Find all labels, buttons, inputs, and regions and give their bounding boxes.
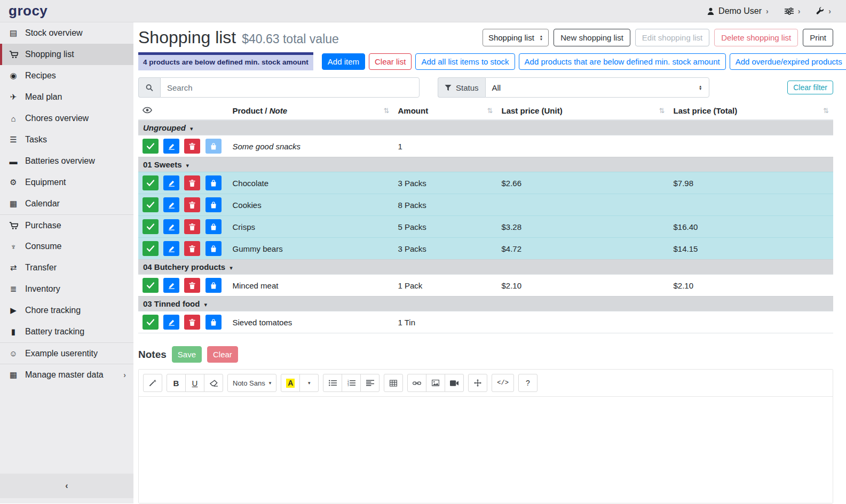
group-toggle-sweets[interactable]: 01 Sweets▾ xyxy=(138,157,833,172)
column-header-amount[interactable]: Amount xyxy=(398,106,429,115)
status-select[interactable]: All ▲▼ xyxy=(485,77,709,98)
add-item-button[interactable]: Add item xyxy=(322,53,365,70)
search-input[interactable] xyxy=(160,77,420,98)
add-to-stock-button[interactable] xyxy=(205,278,222,293)
paragraph-align-button[interactable] xyxy=(360,374,379,392)
text-color-button[interactable]: A xyxy=(281,374,300,392)
print-button[interactable]: Print xyxy=(803,29,833,46)
add-to-stock-button[interactable] xyxy=(205,175,222,190)
insert-picture-button[interactable] xyxy=(426,374,445,392)
group-toggle-butchery[interactable]: 04 Butchery products▾ xyxy=(138,260,833,275)
delete-item-button[interactable] xyxy=(184,139,200,154)
delete-shopping-list-button[interactable]: Delete shopping list xyxy=(714,29,798,46)
shopping-list-table: Product / Note⇅ Amount⇅ Last price (Unit… xyxy=(138,104,833,333)
bold-button[interactable]: B xyxy=(167,374,186,392)
admin-menu[interactable]: › xyxy=(816,7,831,15)
edit-item-button[interactable] xyxy=(163,241,179,256)
insert-table-button[interactable] xyxy=(384,374,403,392)
insert-video-button[interactable] xyxy=(445,374,464,392)
sidebar-item-meal-plan[interactable]: ✈Meal plan xyxy=(0,86,133,108)
edit-item-button[interactable] xyxy=(163,219,179,234)
new-shopping-list-button[interactable]: New shopping list xyxy=(554,29,630,46)
delete-item-button[interactable] xyxy=(184,197,200,212)
sidebar-item-transfer[interactable]: ⇄Transfer xyxy=(0,257,133,278)
delete-item-button[interactable] xyxy=(184,175,200,190)
sidebar-item-shopping-list[interactable]: Shopping list xyxy=(0,44,133,65)
clear-list-button[interactable]: Clear list xyxy=(369,53,412,70)
delete-item-button[interactable] xyxy=(184,278,200,293)
add-to-stock-button[interactable] xyxy=(205,197,222,212)
sidebar-item-recipes[interactable]: ◉Recipes xyxy=(0,65,133,86)
edit-item-button[interactable] xyxy=(163,315,179,330)
text-color-dropdown[interactable]: ▾ xyxy=(299,374,319,392)
font-family-dropdown[interactable]: Noto Sans▾ xyxy=(227,374,276,392)
edit-item-button[interactable] xyxy=(163,278,179,293)
clear-formatting-button[interactable] xyxy=(204,374,223,392)
underline-button[interactable]: U xyxy=(185,374,204,392)
sort-icon[interactable]: ⇅ xyxy=(384,107,390,115)
below-min-stock-alert[interactable]: 4 products are below defined min. stock … xyxy=(138,52,313,70)
settings-menu[interactable]: › xyxy=(785,7,801,15)
sidebar-item-chore-tracking[interactable]: ▶Chore tracking xyxy=(0,300,133,321)
delete-item-button[interactable] xyxy=(184,241,200,256)
add-to-stock-button[interactable] xyxy=(205,139,222,154)
user-menu[interactable]: Demo User › xyxy=(707,6,769,16)
edit-shopping-list-button[interactable]: Edit shopping list xyxy=(635,29,709,46)
ordered-list-button[interactable]: 123 xyxy=(342,374,361,392)
list-item-row: Crisps 5 Packs $3.28 $16.40 xyxy=(138,216,833,238)
group-toggle-tinned-food[interactable]: 03 Tinned food▾ xyxy=(138,297,833,311)
mark-done-button[interactable] xyxy=(143,219,159,234)
clear-notes-button[interactable]: Clear xyxy=(207,346,238,363)
help-button[interactable]: ? xyxy=(518,374,537,392)
shopping-list-select[interactable]: Shopping list ▲▼ xyxy=(483,29,549,46)
fullscreen-button[interactable] xyxy=(468,374,487,392)
save-notes-button[interactable]: Save xyxy=(172,346,202,363)
sidebar-item-tasks[interactable]: ☰Tasks xyxy=(0,129,133,150)
sidebar-item-equipment[interactable]: ⚙Equipment xyxy=(0,172,133,193)
sidebar-item-example-userentity[interactable]: ☺Example userentity xyxy=(0,342,133,364)
mark-done-button[interactable] xyxy=(143,139,159,154)
mark-done-button[interactable] xyxy=(143,241,159,256)
sidebar-item-calendar[interactable]: ▦Calendar xyxy=(0,193,133,214)
insert-link-button[interactable] xyxy=(407,374,426,392)
column-header-last-price-unit[interactable]: Last price (Unit) xyxy=(502,106,563,115)
delete-item-button[interactable] xyxy=(184,315,200,330)
sidebar-item-battery-tracking[interactable]: ▮Battery tracking xyxy=(0,321,133,342)
sidebar-item-batteries-overview[interactable]: ▬Batteries overview xyxy=(0,150,133,172)
edit-item-button[interactable] xyxy=(163,175,179,190)
add-overdue-button[interactable]: Add overdue/expired products xyxy=(730,53,846,70)
code-view-button[interactable]: </> xyxy=(492,374,514,392)
edit-item-button[interactable] xyxy=(163,197,179,212)
delete-item-button[interactable] xyxy=(184,219,200,234)
sidebar-item-consume[interactable]: ♆Consume xyxy=(0,236,133,257)
group-toggle-ungrouped[interactable]: Ungrouped▾ xyxy=(138,120,833,135)
add-below-min-stock-button[interactable]: Add products that are below defined min.… xyxy=(519,53,726,70)
clear-filter-button[interactable]: Clear filter xyxy=(787,81,833,94)
magic-style-button[interactable] xyxy=(143,374,162,392)
mark-done-button[interactable] xyxy=(143,197,159,212)
mark-done-button[interactable] xyxy=(143,278,159,293)
sort-icon[interactable]: ⇅ xyxy=(823,107,829,115)
add-all-to-stock-button[interactable]: Add all list items to stock xyxy=(415,53,515,70)
shopping-cart-icon xyxy=(7,50,19,59)
add-to-stock-button[interactable] xyxy=(205,315,222,330)
sidebar-collapse-button[interactable]: ‹ xyxy=(0,474,133,498)
sidebar-item-manage-master-data[interactable]: ▦Manage master data› xyxy=(0,364,133,385)
add-to-stock-button[interactable] xyxy=(205,241,222,256)
sort-icon[interactable]: ⇅ xyxy=(487,107,493,115)
sidebar-item-purchase[interactable]: Purchase xyxy=(0,214,133,236)
sort-icon[interactable]: ⇅ xyxy=(659,107,665,115)
app-logo[interactable]: grocy xyxy=(9,3,48,19)
sidebar-item-stock-overview[interactable]: ▤Stock overview xyxy=(0,22,133,44)
unordered-list-button[interactable] xyxy=(323,374,342,392)
edit-item-button[interactable] xyxy=(163,139,179,154)
column-header-product[interactable]: Product / Note xyxy=(233,106,288,115)
sidebar-item-chores-overview[interactable]: ⌂Chores overview xyxy=(0,108,133,129)
mark-done-button[interactable] xyxy=(143,315,159,330)
column-header-last-price-total[interactable]: Last price (Total) xyxy=(674,106,738,115)
eye-icon[interactable] xyxy=(143,107,152,114)
notes-textarea[interactable] xyxy=(139,397,833,503)
add-to-stock-button[interactable] xyxy=(205,219,222,234)
mark-done-button[interactable] xyxy=(143,175,159,190)
sidebar-item-inventory[interactable]: ≣Inventory xyxy=(0,278,133,300)
